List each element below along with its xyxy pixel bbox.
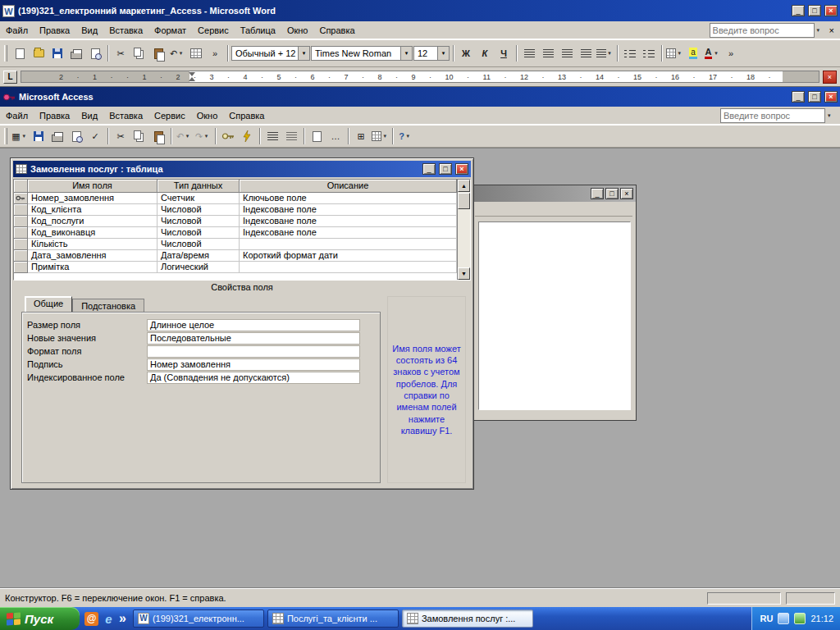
property-value-field[interactable]: Да (Совпадения не допускаются) bbox=[147, 372, 360, 384]
word-question-input[interactable] bbox=[710, 23, 815, 38]
primary-key-button[interactable] bbox=[219, 128, 237, 144]
database-child-window[interactable]: _ □ × bbox=[471, 185, 637, 421]
align-center-button[interactable] bbox=[539, 45, 557, 62]
print-preview-button[interactable] bbox=[67, 128, 85, 144]
row-selector[interactable] bbox=[14, 239, 28, 250]
horizontal-ruler[interactable]: 2 · 1 · · 1 · 2 · 3 · 4 · 5 · 6 · 7 · 8 … bbox=[21, 71, 819, 83]
style-combo-dropdown-icon[interactable]: ▾ bbox=[298, 47, 309, 60]
mail-quick-launch-icon[interactable]: @ bbox=[84, 612, 98, 626]
data-type-cell[interactable]: Числовой bbox=[158, 216, 240, 227]
print-button[interactable] bbox=[67, 45, 85, 62]
font-size-combo[interactable]: 12 ▾ bbox=[413, 46, 450, 61]
font-color-button[interactable]: А▾ bbox=[703, 45, 721, 62]
field-name-cell[interactable]: Номер_замовлення bbox=[28, 193, 158, 204]
save-button[interactable] bbox=[30, 128, 48, 144]
bullets-button[interactable] bbox=[640, 45, 658, 62]
word-menu-window[interactable]: Окно bbox=[281, 23, 314, 38]
row-selector[interactable] bbox=[14, 250, 28, 262]
justify-button[interactable] bbox=[577, 45, 595, 62]
word-menu-format[interactable]: Формат bbox=[148, 23, 192, 38]
database-window-button[interactable]: ⊞ bbox=[352, 128, 370, 144]
indexes-button[interactable] bbox=[238, 128, 256, 144]
word-close-button[interactable]: × bbox=[824, 5, 838, 16]
access-menu-help[interactable]: Справка bbox=[223, 108, 270, 123]
align-left-button[interactable] bbox=[520, 45, 538, 62]
tab-general[interactable]: Общие bbox=[25, 296, 72, 312]
redo-button[interactable]: ↷▾ bbox=[194, 128, 212, 144]
quick-launch-overflow-icon[interactable]: » bbox=[119, 611, 126, 626]
highlight-button[interactable]: а bbox=[684, 45, 702, 62]
print-preview-button[interactable] bbox=[86, 45, 104, 62]
save-button[interactable] bbox=[48, 45, 66, 62]
designer-close-button[interactable]: × bbox=[455, 163, 468, 175]
word-menu-view[interactable]: Вид bbox=[75, 23, 103, 38]
description-cell[interactable]: Індексоване поле bbox=[240, 227, 457, 239]
internet-explorer-icon[interactable]: e bbox=[102, 612, 116, 626]
data-type-cell[interactable]: Числовой bbox=[158, 239, 240, 250]
paste-button[interactable] bbox=[149, 45, 167, 62]
cut-button[interactable]: ✂ bbox=[112, 128, 130, 144]
undo-button[interactable]: ↶▾ bbox=[168, 45, 186, 62]
property-value-field[interactable] bbox=[147, 345, 360, 358]
delete-rows-button[interactable] bbox=[282, 128, 300, 144]
row-selector[interactable] bbox=[14, 204, 28, 216]
description-cell[interactable] bbox=[240, 239, 457, 250]
taskbar-button-database[interactable]: Послугі_та_клієнти ... bbox=[267, 609, 399, 628]
tab-selector-button[interactable]: L bbox=[3, 71, 17, 84]
database-window-titlebar[interactable]: _ □ × bbox=[472, 185, 636, 202]
word-toolbar-overflow-button-2[interactable]: » bbox=[722, 45, 740, 62]
ruler-right-red-button[interactable]: × bbox=[823, 71, 837, 84]
access-menu-view[interactable]: Вид bbox=[75, 108, 103, 123]
paste-button[interactable] bbox=[149, 128, 167, 144]
properties-button[interactable] bbox=[308, 128, 326, 144]
underline-button[interactable]: Ч bbox=[495, 45, 513, 62]
access-question-input[interactable] bbox=[720, 108, 825, 123]
taskbar-button-word[interactable]: W (199)321_електронн... bbox=[133, 609, 264, 628]
data-type-cell[interactable]: Числовой bbox=[158, 227, 240, 239]
style-combo[interactable]: Обычный + 12 р ▾ bbox=[231, 46, 310, 61]
tab-lookup[interactable]: Подстановка bbox=[72, 299, 144, 312]
cut-button[interactable]: ✂ bbox=[112, 45, 130, 62]
access-menu-window[interactable]: Окно bbox=[191, 108, 224, 123]
word-menu-edit[interactable]: Правка bbox=[34, 23, 75, 38]
db-close-button[interactable]: × bbox=[620, 188, 633, 199]
word-question-dropdown-icon[interactable]: ▾ bbox=[817, 27, 824, 34]
word-toolbar-overflow-button[interactable]: » bbox=[206, 45, 224, 62]
access-maximize-button[interactable]: □ bbox=[808, 91, 821, 103]
access-menu-insert[interactable]: Вставка bbox=[103, 108, 148, 123]
access-menu-file[interactable]: Файл bbox=[0, 108, 34, 123]
scroll-up-icon[interactable]: ▲ bbox=[458, 180, 470, 192]
db-maximize-button[interactable]: □ bbox=[605, 188, 619, 199]
word-minimize-button[interactable]: _ bbox=[792, 5, 805, 16]
access-menu-edit[interactable]: Правка bbox=[34, 108, 75, 123]
field-name-cell[interactable]: Кількість bbox=[28, 239, 158, 250]
access-close-button[interactable]: × bbox=[824, 91, 838, 103]
description-cell[interactable]: Індексоване поле bbox=[240, 216, 457, 227]
designer-maximize-button[interactable]: □ bbox=[439, 163, 452, 175]
table-design-window[interactable]: Замовлення послуг : таблица _ □ × Имя по… bbox=[10, 158, 474, 490]
description-cell[interactable]: Короткий формат дати bbox=[240, 250, 457, 262]
word-menu-tools[interactable]: Сервис bbox=[192, 23, 235, 38]
toolbar-grip[interactable] bbox=[4, 45, 7, 62]
new-document-button[interactable] bbox=[11, 45, 29, 62]
property-value-field[interactable]: Номер замовлення bbox=[147, 358, 360, 371]
italic-button[interactable]: К bbox=[476, 45, 494, 62]
first-line-indent-marker[interactable] bbox=[189, 72, 195, 76]
field-name-cell[interactable]: Дата_замовлення bbox=[28, 250, 158, 262]
copy-button[interactable] bbox=[130, 45, 148, 62]
font-combo[interactable]: Times New Roman ▾ bbox=[311, 46, 413, 61]
tray-icon[interactable] bbox=[778, 613, 789, 624]
borders-button[interactable]: ▾ bbox=[665, 45, 683, 62]
print-button[interactable] bbox=[48, 128, 66, 144]
align-right-button[interactable] bbox=[558, 45, 576, 62]
help-button[interactable]: ?▾ bbox=[396, 128, 414, 144]
field-name-cell[interactable]: Примітка bbox=[28, 262, 158, 273]
word-titlebar[interactable]: W (199)321_електронний маркетинг_Access … bbox=[0, 0, 840, 21]
property-value-field[interactable]: Последовательные bbox=[147, 332, 360, 345]
data-type-cell[interactable]: Логический bbox=[158, 262, 240, 273]
tray-icon[interactable] bbox=[794, 613, 806, 624]
word-menu-insert[interactable]: Вставка bbox=[103, 23, 148, 38]
property-value-field[interactable]: Длинное целое bbox=[147, 319, 360, 331]
toolbar-grip[interactable] bbox=[4, 128, 7, 144]
db-minimize-button[interactable]: _ bbox=[591, 188, 604, 199]
